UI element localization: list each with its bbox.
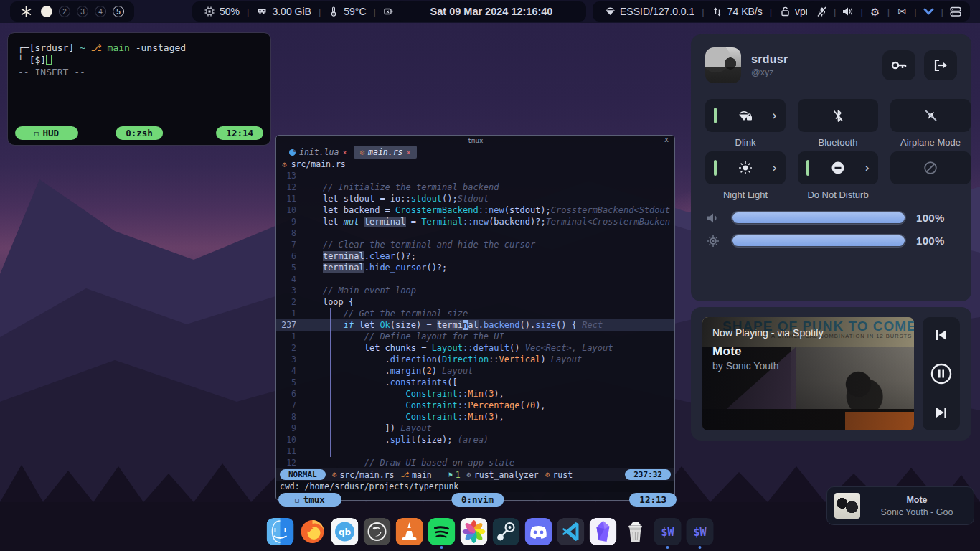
code-line[interactable]: 7 // Clear the terminal and hide the cur… bbox=[276, 239, 674, 250]
code-line[interactable]: 6 Constraint::Min(3), bbox=[276, 388, 674, 400]
steam-icon[interactable] bbox=[493, 518, 520, 545]
toggle-dlink[interactable]: › bbox=[705, 99, 786, 132]
code-line[interactable]: 3 .direction(Direction::Vertical) Layout bbox=[276, 354, 674, 365]
code-line[interactable]: 1 // Get the terminal size bbox=[276, 308, 674, 319]
dock-item-spotify[interactable] bbox=[428, 518, 456, 549]
vpn-stat[interactable]: vpn bbox=[779, 6, 811, 17]
tab-close-icon[interactable]: × bbox=[407, 149, 411, 156]
code-line[interactable]: 9 let mut terminal = Terminal::new(backe… bbox=[276, 216, 674, 227]
tmux-window-pill[interactable]: 0:nvim bbox=[451, 493, 504, 507]
dock-item-vlc[interactable] bbox=[395, 518, 424, 549]
code-line[interactable]: 8 bbox=[276, 227, 674, 239]
lock-keys-button[interactable] bbox=[882, 50, 915, 80]
obs-icon[interactable] bbox=[364, 518, 391, 545]
dock-item-trash[interactable] bbox=[621, 518, 650, 549]
toggle-circle-slash[interactable] bbox=[890, 151, 971, 184]
vscode-icon[interactable] bbox=[557, 518, 585, 545]
code-line[interactable]: 2 let chunks = Layout::default() Vec<Rec… bbox=[276, 342, 674, 354]
toggle-bluetooth[interactable] bbox=[798, 99, 878, 132]
brightness-slider[interactable] bbox=[731, 234, 906, 248]
tmux-window-pill[interactable]: 0:zsh bbox=[116, 126, 163, 140]
dock-item-obs[interactable] bbox=[363, 518, 392, 549]
previous-track-button[interactable] bbox=[934, 329, 948, 342]
code-line[interactable]: 3 // Main event loop bbox=[276, 285, 674, 296]
dock-item-finder[interactable] bbox=[266, 518, 295, 549]
code-line[interactable]: 10 let backend = CrosstermBackend::new(s… bbox=[276, 204, 674, 216]
code-line[interactable]: 9 ]) Layout bbox=[276, 423, 674, 434]
nix-snowflake-icon[interactable] bbox=[20, 6, 32, 18]
trash-icon[interactable] bbox=[622, 518, 649, 545]
code-line[interactable]: 4 bbox=[276, 273, 674, 285]
vlc-icon[interactable] bbox=[396, 518, 423, 545]
chevron-right-icon[interactable]: › bbox=[772, 110, 777, 122]
code-line[interactable]: 2 loop { bbox=[276, 296, 674, 308]
firefox-icon[interactable] bbox=[299, 518, 326, 545]
toggle-do-not-disturb[interactable]: › bbox=[798, 151, 878, 184]
workspace-5[interactable]: 5 bbox=[113, 6, 124, 17]
volume-slider[interactable] bbox=[731, 211, 906, 225]
mic-muted-icon[interactable] bbox=[816, 6, 827, 17]
editor-window[interactable]: tmux x init.lua×⚙main.rs× ⚙ src/main.rs … bbox=[275, 135, 675, 501]
music-notification[interactable]: Mote Sonic Youth - Goo bbox=[826, 486, 974, 525]
hud-terminal-window[interactable]: ┌─[srdusr] ~ ⎇ main -unstaged └─[$] -- I… bbox=[7, 32, 271, 146]
toggle-airplane-mode[interactable] bbox=[890, 99, 971, 132]
code-line[interactable]: 8 Constraint::Min(3), bbox=[276, 411, 674, 423]
gear-icon[interactable]: ⚙ bbox=[870, 6, 881, 17]
workspace-3[interactable]: 3 bbox=[77, 6, 88, 17]
dollar-w-2-icon[interactable]: $W bbox=[687, 518, 714, 545]
toggle-night-light[interactable]: › bbox=[705, 151, 786, 184]
code-line[interactable]: 12 // Initialize the terminal backend bbox=[276, 182, 674, 193]
dollar-w-1-icon[interactable]: $W bbox=[654, 518, 682, 545]
workspace-1[interactable] bbox=[41, 6, 52, 17]
dock-item-dollar-w-1[interactable]: $W bbox=[654, 518, 682, 549]
tab-init.lua[interactable]: init.lua× bbox=[283, 146, 352, 159]
dock-item-photos[interactable] bbox=[460, 518, 489, 549]
code-line[interactable]: 237 if let Ok(size) = terminal.backend()… bbox=[276, 319, 674, 331]
pause-button[interactable] bbox=[930, 363, 952, 385]
window-titlebar[interactable]: tmux x bbox=[276, 136, 674, 146]
dock-item-steam[interactable] bbox=[492, 518, 521, 549]
window-close-button[interactable]: x bbox=[664, 136, 669, 143]
code-line[interactable]: 5 .constraints([ bbox=[276, 377, 674, 388]
dock-item-qbittorrent[interactable]: qb bbox=[331, 518, 359, 549]
qbittorrent-icon[interactable]: qb bbox=[331, 518, 359, 545]
tmux-session-pill[interactable]: □HUD bbox=[15, 126, 78, 140]
tab-close-icon[interactable]: × bbox=[342, 149, 347, 156]
chevron-right-icon[interactable]: › bbox=[864, 162, 870, 174]
dock-item-discord[interactable] bbox=[524, 518, 553, 549]
tmux-session-pill[interactable]: □tmux bbox=[278, 493, 341, 507]
code-line[interactable]: 12 // Draw UI based on app state bbox=[276, 457, 674, 468]
dock-item-firefox[interactable] bbox=[298, 518, 327, 549]
code-line[interactable]: 13 bbox=[276, 170, 674, 182]
code-line[interactable]: 5 terminal.hide_cursor()?; bbox=[276, 262, 674, 273]
speaker-icon[interactable] bbox=[842, 6, 854, 17]
code-line[interactable]: 10 .split(size); (area) bbox=[276, 434, 674, 446]
chevron-right-icon[interactable]: › bbox=[772, 162, 777, 174]
code-line[interactable]: 6 terminal.clear()?; bbox=[276, 250, 674, 262]
wifi-stat[interactable]: ESSID/127.0.0.1 bbox=[604, 6, 694, 17]
album-art-card[interactable]: SHAPE OF PUNK TO COME A CHIMERICAL BOMBI… bbox=[702, 317, 914, 430]
dock-item-vscode[interactable] bbox=[557, 518, 585, 549]
code-line[interactable]: 4 .margin(2) Layout bbox=[276, 365, 674, 377]
code-line[interactable]: 1 // Define layout for the UI bbox=[276, 331, 674, 342]
tray-stack-icon[interactable] bbox=[950, 6, 961, 17]
code-line[interactable]: 11 bbox=[276, 446, 674, 457]
finder-icon[interactable] bbox=[267, 518, 294, 545]
dock-item-dollar-w-2[interactable]: $W bbox=[686, 518, 715, 549]
obsidian-icon[interactable] bbox=[590, 518, 617, 545]
spotify-icon[interactable] bbox=[428, 518, 456, 545]
code-line[interactable]: 11 let stdout = io::stdout();Stdout bbox=[276, 193, 674, 204]
chevron-down-icon[interactable] bbox=[923, 6, 935, 17]
logout-button[interactable] bbox=[924, 50, 957, 80]
tab-main.rs[interactable]: ⚙main.rs× bbox=[354, 146, 416, 159]
clock[interactable]: Sat 09 Mar 2024 12:16:40 bbox=[397, 1, 586, 22]
code-area[interactable]: 1312 // Initialize the terminal backend1… bbox=[276, 170, 674, 468]
workspace-2[interactable]: 2 bbox=[59, 6, 70, 17]
dock-item-obsidian[interactable] bbox=[589, 518, 618, 549]
mail-icon[interactable]: ✉ bbox=[896, 6, 908, 17]
discord-icon[interactable] bbox=[525, 518, 552, 545]
next-track-button[interactable] bbox=[934, 406, 948, 419]
workspace-4[interactable]: 4 bbox=[95, 6, 106, 17]
code-line[interactable]: 7 Constraint::Percentage(70), bbox=[276, 400, 674, 411]
photos-icon[interactable] bbox=[461, 518, 488, 545]
